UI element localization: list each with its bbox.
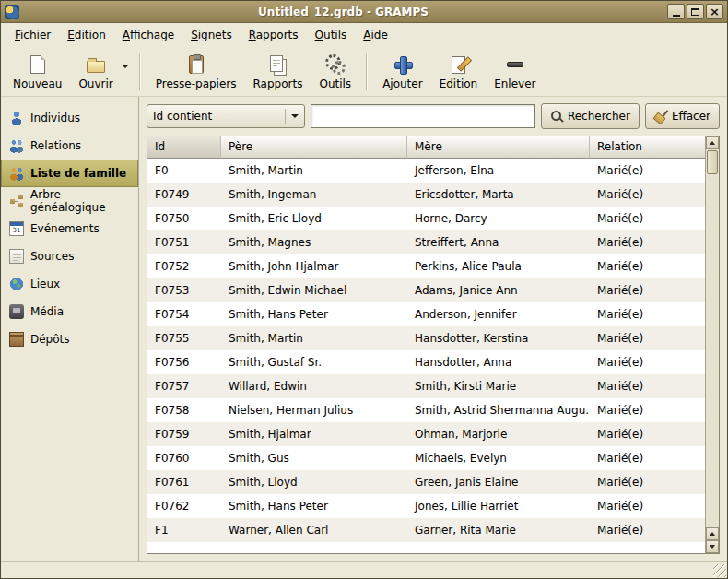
menu-rapports[interactable]: Rapports (241, 25, 307, 45)
search-button-label: Rechercher (568, 110, 630, 123)
cell-id: F0753 (147, 278, 221, 302)
cell-mother: Anderson, Jennifer (407, 302, 590, 326)
filter-field-combobox[interactable]: Id contient (147, 104, 305, 128)
cell-id: F0760 (147, 446, 221, 470)
cell-id: F0756 (147, 350, 221, 374)
table-row[interactable]: F0749 Smith, Ingeman Ericsdotter, Marta … (147, 183, 705, 207)
table-row[interactable]: F0762 Smith, Hans Peter Jones, Lillie Ha… (147, 494, 705, 518)
cell-relation: Marié(e) (590, 446, 705, 470)
toolbar: Nouveau Ouvrir Presse-papiers Rapports O… (1, 47, 727, 97)
column-header-relation[interactable]: Relation (590, 136, 705, 159)
scroll-down-button[interactable] (706, 540, 719, 553)
maximize-button[interactable] (687, 4, 704, 19)
cell-father: Smith, John Hjalmar (221, 254, 407, 278)
table-row[interactable]: F0755 Smith, Martin Hansdotter, Kerstina… (147, 326, 705, 350)
menu-outils[interactable]: Outils (307, 25, 356, 45)
clipboard-button[interactable]: Presse-papiers (147, 50, 245, 93)
menu-fichier[interactable]: Fichier (6, 25, 59, 45)
scrollbar-thumb[interactable] (707, 150, 718, 174)
menu-signets[interactable]: Signets (182, 25, 241, 45)
scroll-up-secondary-button[interactable] (706, 527, 719, 540)
sidebar-item-individus[interactable]: Individus (1, 104, 138, 132)
scrollbar-track[interactable] (706, 175, 719, 527)
cell-mother: Ohman, Marjorie (407, 422, 590, 446)
sidebar-item-relations[interactable]: Relations (1, 132, 138, 160)
cell-mother: Ericsdotter, Marta (407, 183, 590, 207)
table-row[interactable]: F0758 Nielsen, Herman Julius Smith, Astr… (147, 398, 705, 422)
table-row[interactable]: F0751 Smith, Magnes Streiffert, Anna Mar… (147, 230, 705, 254)
cell-father: Warner, Allen Carl (221, 518, 407, 542)
vertical-scrollbar[interactable] (705, 136, 719, 553)
cell-mother: Hansdotter, Anna (407, 350, 590, 374)
clipboard-button-label: Presse-papiers (156, 77, 237, 90)
sidebar-item-label: Sources (30, 250, 74, 263)
family-table-area: Id Père Mère Relation F0 Smith, Martin J… (147, 136, 705, 553)
repository-box-icon (9, 332, 24, 347)
open-dropdown-button[interactable] (118, 62, 133, 71)
cell-relation: Marié(e) (590, 518, 705, 542)
menu-aide[interactable]: Aide (355, 25, 396, 45)
cell-id: F0762 (147, 494, 221, 518)
close-button[interactable]: × (706, 4, 723, 19)
edit-button[interactable]: Edition (431, 50, 487, 93)
table-row[interactable]: F1 Warner, Allen Carl Garner, Rita Marie… (147, 518, 705, 542)
cell-mother: Garner, Rita Marie (407, 518, 590, 542)
search-input[interactable] (311, 104, 535, 128)
table-row[interactable]: F0759 Smith, Hjalmar Ohman, Marjorie Mar… (147, 422, 705, 446)
toolbar-separator (366, 53, 368, 90)
cell-relation: Marié(e) (590, 207, 705, 230)
clear-button[interactable]: Effacer (645, 103, 720, 129)
resize-grip[interactable] (713, 564, 726, 577)
search-button[interactable]: Rechercher (541, 103, 640, 129)
table-row[interactable]: F0 Smith, Martin Jefferson, Elna Marié(e… (147, 159, 705, 183)
family-list-icon (9, 166, 24, 181)
cell-father: Smith, Hans Peter (221, 302, 407, 326)
minimize-button[interactable] (667, 4, 685, 19)
cell-relation: Marié(e) (590, 326, 705, 350)
table-row[interactable]: F0754 Smith, Hans Peter Anderson, Jennif… (147, 302, 705, 326)
sidebar-item-lieux[interactable]: Lieux (1, 270, 138, 298)
sidebar-item-liste-de-famille[interactable]: Liste de famille (1, 160, 138, 187)
add-button[interactable]: Ajouter (374, 50, 431, 93)
filter-bar: Id contient Rechercher Effacer (147, 102, 720, 130)
open-button[interactable]: Ouvrir (70, 50, 121, 93)
sidebar-item-depots[interactable]: Dépôts (1, 325, 138, 353)
tools-button[interactable]: Outils (311, 50, 359, 93)
arrow-down-icon (710, 545, 715, 549)
column-header-id[interactable]: Id (147, 136, 221, 159)
sidebar-item-evenements[interactable]: Evénements (1, 215, 138, 242)
sidebar-item-arbre-genealogique[interactable]: Arbre généalogique (1, 187, 138, 215)
new-button[interactable]: Nouveau (5, 50, 70, 93)
table-row[interactable]: F0750 Smith, Eric Lloyd Horne, Darcy Mar… (147, 207, 705, 230)
menu-edition[interactable]: Edition (59, 25, 114, 45)
cell-father: Nielsen, Herman Julius (221, 398, 407, 422)
family-table: Id Père Mère Relation F0 Smith, Martin J… (147, 136, 720, 554)
table-row[interactable]: F0761 Smith, Lloyd Green, Janis Elaine M… (147, 470, 705, 494)
menu-affichage[interactable]: Affichage (114, 25, 182, 45)
table-row[interactable]: F0756 Smith, Gustaf Sr. Hansdotter, Anna… (147, 350, 705, 374)
cell-relation: Marié(e) (590, 254, 705, 278)
cell-father: Smith, Gustaf Sr. (221, 350, 407, 374)
sidebar-item-sources[interactable]: Sources (1, 242, 138, 270)
sidebar-item-media[interactable]: Média (1, 298, 138, 325)
column-header-mere[interactable]: Mère (407, 136, 590, 159)
titlebar[interactable]: Untitled_12.grdb - GRAMPS × (1, 1, 727, 23)
reports-button[interactable]: Rapports (245, 50, 311, 93)
column-header-pere[interactable]: Père (221, 136, 407, 159)
table-row[interactable]: F0760 Smith, Gus Michaels, Evelyn Marié(… (147, 446, 705, 470)
sidebar-item-label: Arbre généalogique (30, 188, 134, 214)
media-icon (9, 304, 24, 319)
cell-mother: Michaels, Evelyn (407, 446, 590, 470)
table-row[interactable]: F0752 Smith, John Hjalmar Perkins, Alice… (147, 254, 705, 278)
remove-button[interactable]: Enlever (486, 50, 544, 93)
scroll-up-button[interactable] (706, 136, 719, 149)
reports-button-label: Rapports (253, 77, 303, 90)
table-row[interactable]: F0753 Smith, Edwin Michael Adams, Janice… (147, 278, 705, 302)
pedigree-icon (9, 194, 24, 208)
table-row[interactable]: F0757 Willard, Edwin Smith, Kirsti Marie… (147, 374, 705, 398)
cell-father: Smith, Ingeman (221, 183, 407, 207)
window-title: Untitled_12.grdb - GRAMPS (19, 6, 667, 18)
sidebar-item-label: Média (30, 305, 64, 318)
cell-id: F1 (147, 518, 221, 542)
cell-relation: Marié(e) (590, 374, 705, 398)
